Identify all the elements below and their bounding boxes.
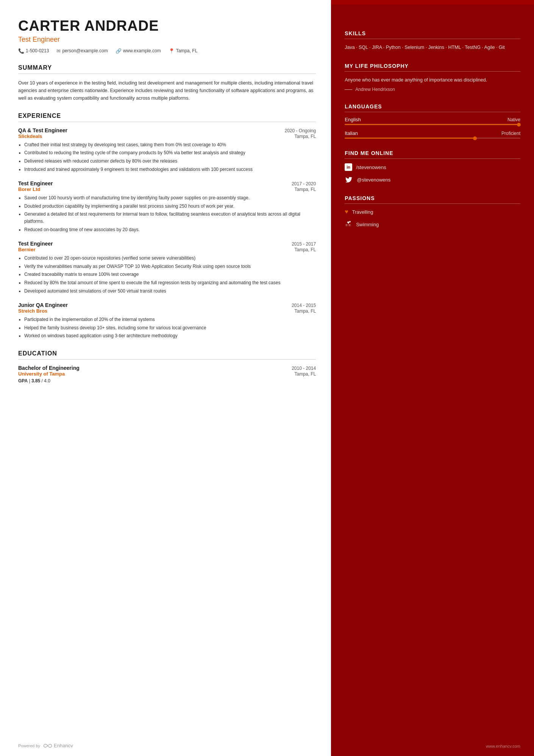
skills-section: SKILLS Java · SQL · JIRA · Python · Sele…: [345, 30, 520, 52]
language-bar-dot-english: [517, 123, 521, 127]
job-date-4: 2014 - 2015: [292, 303, 316, 308]
powered-by-label: Powered by: [18, 743, 40, 748]
bullet-item: Introduced and trained approximately 9 e…: [24, 166, 316, 173]
passion-travelling: ♥ Travelling: [345, 208, 520, 215]
job-item-1: QA & Test Engineer 2020 - Ongoing Slickd…: [18, 127, 316, 173]
website-url: www.example.com: [123, 48, 161, 53]
twitter-item[interactable]: @stevenowens: [345, 175, 520, 184]
bullet-item: Helped the family business develop 10+ s…: [24, 324, 316, 332]
job-date-1: 2020 - Ongoing: [284, 128, 316, 133]
linkedin-icon: in: [345, 163, 352, 171]
job-bullets-2: Saved over 100 hours/y worth of manufact…: [18, 194, 316, 233]
brand-name: Enhancv: [54, 743, 73, 748]
job-company-2: Borer Ltd: [18, 186, 41, 192]
bullet-item: Reduced by 80% the total amount of time …: [24, 279, 316, 286]
bullet-item: Doubled production capability by impleme…: [24, 203, 316, 210]
job-date-2: 2017 - 2020: [292, 181, 316, 186]
philosophy-dash: [345, 89, 352, 90]
job-item-2: Test Engineer 2017 - 2020 Borer Ltd Tamp…: [18, 180, 316, 233]
job-location-1: Tampa, FL: [294, 134, 316, 139]
language-level-english: Native: [507, 117, 520, 122]
location-contact: 📍 Tampa, FL: [169, 48, 198, 54]
language-item-english: English Native: [345, 117, 520, 125]
experience-section: EXPERIENCE QA & Test Engineer 2020 - Ong…: [18, 113, 316, 340]
job-location-4: Tampa, FL: [294, 308, 316, 314]
online-divider: [345, 158, 520, 159]
job-company-1: Slickdeals: [18, 133, 42, 139]
footer-website: www.enhancv.com: [486, 744, 520, 748]
philosophy-section: MY LIFE PHILOSOPHY Anyone who has ever m…: [345, 63, 520, 92]
edu-header-1: Bachelor of Engineering 2010 - 2014: [18, 365, 316, 371]
edu-date-1: 2010 - 2014: [292, 366, 316, 371]
education-title: EDUCATION: [18, 350, 316, 357]
skills-title: SKILLS: [345, 30, 520, 36]
job-company-4: Streich Bros: [18, 308, 47, 314]
job-bullets-4: Participated in the implementation of 20…: [18, 316, 316, 340]
language-row-italian: Italian Proficient: [345, 130, 520, 136]
swimming-icon: [345, 221, 352, 228]
enhancv-logo: Enhancv: [43, 743, 73, 748]
job-company-row-3: Bernier Tampa, FL: [18, 247, 316, 252]
language-bar-fill-italian: [345, 138, 476, 139]
bullet-item: Developed automated test simulations of …: [24, 288, 316, 295]
passion-swimming: Swimming: [345, 221, 520, 228]
summary-text: Over 10 years of experience in the testi…: [18, 79, 316, 102]
job-role-2: Test Engineer: [18, 180, 53, 186]
job-role-4: Junior QA Engineer: [18, 302, 68, 308]
skills-text: Java · SQL · JIRA · Python · Selenium · …: [345, 44, 520, 52]
job-bullets-1: Crafted their initial test strategy by d…: [18, 141, 316, 173]
bullet-item: Crafted their initial test strategy by d…: [24, 141, 316, 149]
header: CARTER ANDRADE Test Engineer 📞 1-500-021…: [18, 18, 316, 54]
linkedin-handle: /stevenowens: [356, 164, 386, 170]
bullet-item: Saved over 100 hours/y worth of manufact…: [24, 194, 316, 202]
job-company-row-1: Slickdeals Tampa, FL: [18, 133, 316, 139]
language-bar-fill-english: [345, 124, 520, 125]
languages-divider: [345, 112, 520, 112]
bullet-item: Reduced on-boarding time of new associat…: [24, 226, 316, 233]
edu-school-row-1: University of Tampa Tampa, FL: [18, 371, 316, 377]
job-company-3: Bernier: [18, 247, 36, 252]
bullet-item: Verify the vulnerabilities manually as p…: [24, 263, 316, 270]
candidate-name: CARTER ANDRADE: [18, 18, 316, 34]
experience-title: EXPERIENCE: [18, 113, 316, 119]
bullet-item: Generated a detailed list of test requir…: [24, 211, 316, 225]
philosophy-author: Andrew Hendrixson: [345, 87, 520, 92]
right-column: SKILLS Java · SQL · JIRA · Python · Sele…: [331, 0, 534, 756]
left-column: CARTER ANDRADE Test Engineer 📞 1-500-021…: [0, 0, 331, 756]
language-level-italian: Proficient: [501, 131, 520, 136]
job-bullets-3: Contributed to over 20 open-source repos…: [18, 255, 316, 294]
passions-title: PASSIONS: [345, 195, 520, 201]
job-item-3: Test Engineer 2015 - 2017 Bernier Tampa,…: [18, 241, 316, 294]
infinity-icon: [43, 743, 52, 748]
bullet-item: Created traceability matrix to ensure 10…: [24, 271, 316, 278]
language-bar-dot-italian: [473, 136, 477, 140]
footer-right: www.enhancv.com: [486, 744, 520, 748]
passions-divider: [345, 203, 520, 204]
job-company-row-2: Borer Ltd Tampa, FL: [18, 186, 316, 192]
philosophy-divider: [345, 71, 520, 72]
candidate-title: Test Engineer: [18, 36, 316, 44]
contact-info: 📞 1-500-0213 ✉ person@example.com 🔗 www.…: [18, 48, 316, 54]
language-row-english: English Native: [345, 117, 520, 122]
bullet-item: Worked on windows based application usin…: [24, 332, 316, 340]
location-text: Tampa, FL: [176, 48, 198, 53]
summary-section: SUMMARY Over 10 years of experience in t…: [18, 64, 316, 102]
job-company-row-4: Streich Bros Tampa, FL: [18, 308, 316, 314]
job-header-1: QA & Test Engineer 2020 - Ongoing: [18, 127, 316, 133]
philosophy-author-name: Andrew Hendrixson: [355, 87, 395, 92]
passion-name-swimming: Swimming: [356, 222, 379, 227]
job-location-3: Tampa, FL: [294, 247, 316, 252]
job-role-1: QA & Test Engineer: [18, 127, 67, 133]
phone-contact: 📞 1-500-0213: [18, 48, 49, 54]
email-address: person@example.com: [62, 48, 108, 53]
job-location-2: Tampa, FL: [294, 187, 316, 192]
job-role-3: Test Engineer: [18, 241, 53, 247]
edu-gpa: GPA | 3.85 / 4.0: [18, 378, 316, 383]
job-item-4: Junior QA Engineer 2014 - 2015 Streich B…: [18, 302, 316, 340]
website-icon: 🔗: [116, 48, 122, 54]
location-icon: 📍: [169, 48, 175, 54]
education-section: EDUCATION Bachelor of Engineering 2010 -…: [18, 350, 316, 383]
website-contact: 🔗 www.example.com: [116, 48, 161, 54]
linkedin-item[interactable]: in /stevenowens: [345, 163, 520, 171]
job-header-3: Test Engineer 2015 - 2017: [18, 241, 316, 247]
